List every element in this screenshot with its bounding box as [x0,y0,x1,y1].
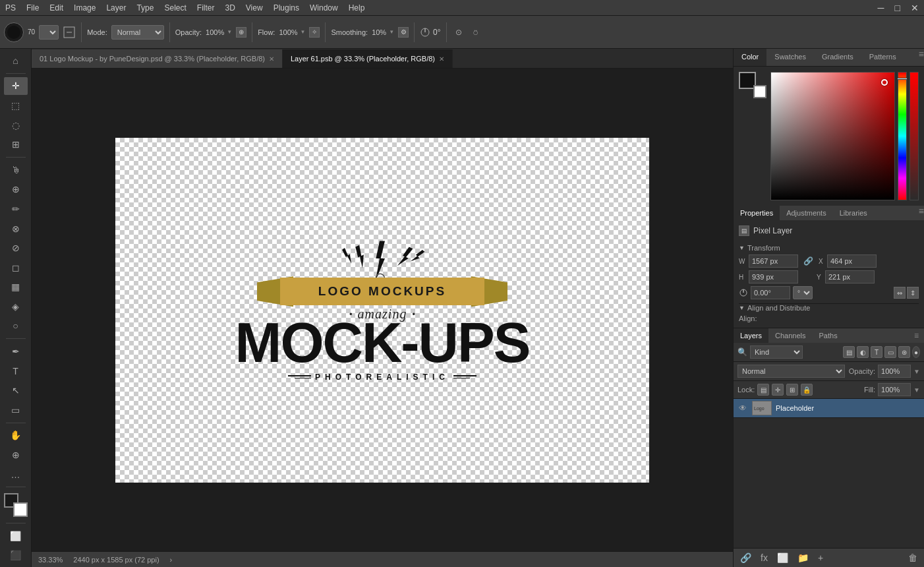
delete-layer-btn[interactable]: 🗑 [906,551,920,564]
screen-mode-btn[interactable]: ⬛ [4,546,28,564]
quick-mask-btn[interactable]: ⬜ [4,527,28,545]
w-input[interactable] [749,254,798,268]
align-section-title[interactable]: ▼ Align and Distribute [739,304,919,312]
lock-all-icon[interactable]: 🔒 [801,384,813,396]
gradient-tool[interactable]: ▦ [4,278,28,297]
add-mask-btn[interactable]: ⬜ [774,551,791,564]
properties-panel-options[interactable]: ≡ [919,206,924,220]
window-maximize[interactable]: □ [895,3,900,13]
filter-smart-icon[interactable]: ⊛ [898,346,910,358]
opacity-value-item[interactable]: 100% ▼ [206,28,232,36]
menu-help[interactable]: Help [349,3,365,13]
tab-1[interactable]: Layer 61.psb @ 33.3% (Placeholder, RGB/8… [283,49,453,68]
mode-select[interactable]: Normal [111,25,164,40]
menu-3d[interactable]: 3D [225,3,235,13]
layer-visibility-toggle[interactable]: 👁 [737,403,748,413]
background-color[interactable] [13,502,28,517]
angle-transform-input[interactable] [751,286,790,299]
opacity-toggle[interactable]: ⊕ [236,27,246,38]
menu-view[interactable]: View [246,3,263,13]
shape-tool[interactable]: ▭ [4,401,28,419]
opacity-dropdown[interactable]: ▼ [913,368,920,375]
filter-adjust-icon[interactable]: ◐ [857,346,869,358]
color-swatches[interactable] [4,493,28,516]
menu-edit[interactable]: Edit [49,3,63,13]
window-minimize[interactable]: ─ [878,3,884,13]
arrow-more[interactable]: › [170,556,173,564]
brush-tool[interactable]: ✏ [4,200,28,218]
x-input[interactable] [827,254,877,268]
bg-color-swatch[interactable] [753,85,766,98]
filter-shape-icon[interactable]: ▭ [884,346,896,358]
pen-tool[interactable]: ✒ [4,342,28,361]
fill-input[interactable] [878,383,911,396]
flip-v-icon[interactable]: ⇕ [907,287,919,299]
angle-input[interactable]: 0° [420,27,440,38]
menu-plugins[interactable]: Plugins [274,3,299,13]
layers-tab-channels[interactable]: Channels [768,328,812,343]
path-select-tool[interactable]: ↖ [4,381,28,400]
new-layer-btn[interactable]: + [815,551,826,564]
y-input[interactable] [825,270,875,284]
filter-kind-select[interactable]: Kind [750,345,803,359]
blend-mode-select[interactable]: Normal [737,365,845,378]
zoom-tool[interactable]: ⊕ [4,446,28,464]
angle-unit-select[interactable]: ° [793,286,813,299]
brush-preview[interactable] [4,22,24,42]
layers-tab-paths[interactable]: Paths [813,328,844,343]
filter-effect-icon[interactable]: ● [912,346,920,358]
text-tool[interactable]: T [4,362,28,380]
transform-section-title[interactable]: ▼ Transform [739,241,919,254]
new-group-btn[interactable]: 📁 [795,551,811,564]
history-tool[interactable]: ⊘ [4,239,28,257]
layers-tab-layers[interactable]: Layers [734,328,768,343]
tab-properties[interactable]: Properties [734,206,780,220]
opacity-input[interactable] [878,365,911,378]
lock-artboard-icon[interactable]: ⊞ [786,384,798,396]
menu-image[interactable]: Image [74,3,96,13]
link-wh-icon[interactable]: 🔗 [803,256,813,266]
color-panel-options[interactable]: ≡ [919,49,924,66]
symmetry-btn[interactable]: ⍥ [469,26,482,39]
flip-h-icon[interactable]: ⇔ [894,287,906,299]
menu-ps[interactable]: PS [5,3,16,13]
menu-window[interactable]: Window [310,3,338,13]
lock-position-icon[interactable]: ✛ [772,384,784,396]
smoothing-value-item[interactable]: 10% ▼ [372,28,394,36]
hue-bar[interactable] [898,72,907,200]
canvas-viewport[interactable]: LOGO MOCKUPS • amazing • MOCK-UPS [32,69,733,551]
tab-gradients[interactable]: Gradients [814,49,861,66]
blur-tool[interactable]: ◈ [4,297,28,316]
smoothing-options[interactable]: ⚙ [398,27,409,38]
heal-tool[interactable]: ⊕ [4,181,28,199]
clone-tool[interactable]: ⊗ [4,220,28,238]
pressure-btn[interactable]: ⊙ [452,26,465,39]
h-input[interactable] [749,270,798,284]
eyedropper-tool[interactable]: 🖰 [4,161,28,179]
tab-patterns[interactable]: Patterns [861,49,904,66]
dodge-tool[interactable]: ○ [4,317,28,336]
menu-select[interactable]: Select [164,3,186,13]
filter-pixel-icon[interactable]: ▤ [843,346,855,358]
tab-adjustments[interactable]: Adjustments [780,206,833,220]
layers-options-btn[interactable]: ≡ [909,328,924,343]
fg-bg-swatch[interactable] [739,72,766,98]
tab-1-close[interactable]: ✕ [439,55,444,63]
layer-item-placeholder[interactable]: 👁 Logo Placeholder [734,399,924,418]
brush-select[interactable] [39,25,59,40]
flow-value-item[interactable]: 100% ▼ [279,28,305,36]
add-effect-btn[interactable]: fx [758,551,770,564]
alpha-bar[interactable] [910,72,919,200]
menu-type[interactable]: Type [136,3,154,13]
tab-0-close[interactable]: ✕ [269,55,274,63]
menu-filter[interactable]: Filter [197,3,215,13]
fill-dropdown[interactable]: ▼ [913,386,920,394]
menu-file[interactable]: File [26,3,39,13]
more-tools[interactable]: … [4,465,28,484]
rect-select-tool[interactable]: ⬚ [4,96,28,115]
lock-pixels-icon[interactable]: ▤ [757,384,769,396]
color-gradient-picker[interactable] [770,72,895,200]
tab-color[interactable]: Color [734,49,766,66]
tab-0[interactable]: 01 Logo Mockup - by PuneDesign.psd @ 33.… [32,49,283,68]
lasso-tool[interactable]: ◌ [4,116,28,134]
